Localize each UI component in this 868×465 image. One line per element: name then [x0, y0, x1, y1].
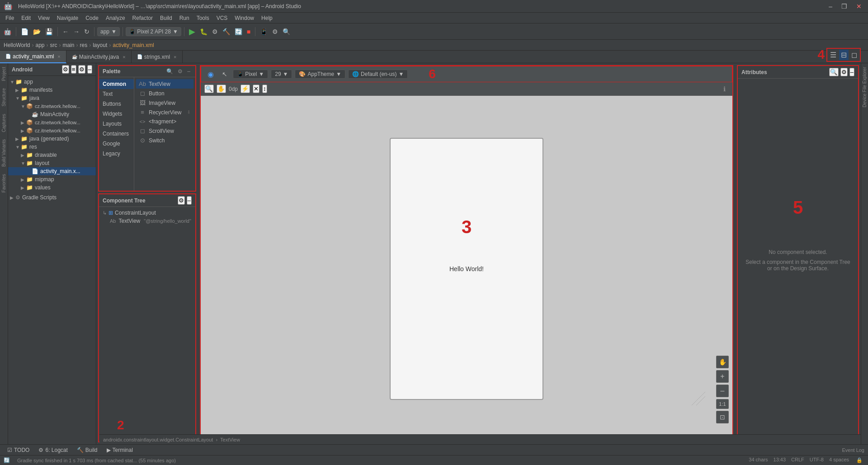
menu-tools[interactable]: Tools [193, 14, 213, 22]
bb-tab-todo[interactable]: ☑ TODO [4, 446, 33, 454]
tab-close-main-activity[interactable]: × [123, 54, 125, 60]
design-api-dropdown[interactable]: 29 ▼ [271, 70, 292, 79]
canvas-zoom-out-button[interactable]: – [716, 385, 729, 397]
tree-java-gen[interactable]: ▶ 📁 java (generated) [8, 135, 96, 143]
tree-package-2[interactable]: ▶ 📦 cz.itnetwork.hellow... [8, 118, 96, 127]
breadcrumb-src[interactable]: src [50, 42, 57, 48]
menu-file[interactable]: File [2, 14, 18, 22]
toolbar-android-icon[interactable]: 🤖 [2, 27, 13, 36]
palette-item-imageview[interactable]: 🖼 ImageView [136, 98, 193, 108]
tree-layout[interactable]: ▼ 📁 layout [8, 159, 96, 167]
palette-cat-buttons[interactable]: Buttons [99, 99, 134, 109]
tree-app[interactable]: ▼ 📁 app [8, 78, 96, 86]
palette-cat-text[interactable]: Text [99, 89, 134, 99]
sidebar-captures[interactable]: Captures [0, 110, 8, 136]
palette-cat-google[interactable]: Google [99, 139, 134, 149]
menu-vcs[interactable]: VCS [213, 14, 231, 22]
view-design-button[interactable]: ◻ [849, 50, 859, 60]
palette-cat-common[interactable]: Common [99, 79, 134, 89]
menu-refactor[interactable]: Refactor [129, 14, 156, 22]
toolbar-back-icon[interactable]: ← [61, 27, 71, 36]
view-split-button[interactable]: ⊟ [839, 50, 849, 60]
design-pointer-icon[interactable]: ↖ [219, 70, 230, 79]
design-eyebrow-icon[interactable]: ⚡ [241, 85, 250, 93]
bb-tab-logcat[interactable]: ⚙ 6: Logcat [35, 446, 71, 454]
toolbar-new-icon[interactable]: 📄 [19, 27, 30, 36]
attr-close-button[interactable]: – [849, 68, 854, 76]
event-log-button[interactable]: Event Log [842, 447, 864, 453]
design-device-dropdown[interactable]: 📱 Pixel ▼ [233, 70, 268, 79]
breadcrumb-main[interactable]: main [63, 42, 75, 48]
menu-help[interactable]: Help [258, 14, 276, 22]
bb-tab-build[interactable]: 🔨 Build [73, 446, 101, 454]
toolbar-open-icon[interactable]: 📂 [31, 27, 42, 36]
menu-window[interactable]: Window [231, 14, 258, 22]
design-clear-constraints-icon[interactable]: ✕ [253, 85, 259, 93]
canvas-fit-button[interactable]: ⊡ [716, 411, 729, 423]
menu-analyze[interactable]: Analyze [102, 14, 129, 22]
git-icon[interactable]: 🔒 [854, 457, 864, 464]
sidebar-structure[interactable]: Structure [0, 85, 8, 110]
view-code-button[interactable]: ☰ [828, 50, 838, 60]
comp-tree-constraint-layout[interactable]: ↳ ⊞ ConstraintLayout [101, 209, 193, 217]
design-info-icon[interactable]: ℹ [720, 85, 729, 94]
design-infer-constraints-icon[interactable]: ↕ [262, 85, 267, 93]
profile-button[interactable]: ⚙ [210, 27, 220, 36]
breadcrumb-activity-main[interactable]: activity_main.xml [113, 42, 154, 48]
palette-item-fragment[interactable]: <> <fragment> [136, 117, 193, 126]
palette-cat-containers[interactable]: Containers [99, 129, 134, 139]
toolbar-save-icon[interactable]: 💾 [43, 27, 55, 36]
breadcrumb-layout[interactable]: layout [93, 42, 107, 48]
tree-package-1[interactable]: ▼ 📦 cz.itnetwork.hellow... [8, 102, 96, 110]
palette-item-textview[interactable]: Ab TextView [136, 79, 193, 89]
build-button[interactable]: 🔨 [221, 27, 232, 36]
sdk-button[interactable]: ⚙ [270, 27, 280, 36]
tab-close-strings-xml[interactable]: × [174, 54, 176, 60]
tree-values[interactable]: ▶ 📁 values [8, 183, 96, 192]
palette-cat-layouts[interactable]: Layouts [99, 119, 134, 129]
breadcrumb-res[interactable]: res [80, 42, 88, 48]
avd-button[interactable]: 📱 [258, 27, 269, 36]
palette-item-recyclerview[interactable]: ≡ RecyclerView ⬇ [136, 108, 193, 117]
restore-button[interactable]: ❒ [839, 2, 850, 11]
menu-code[interactable]: Code [82, 14, 102, 22]
tree-package-3[interactable]: ▶ 📦 cz.itnetwork.hellow... [8, 127, 96, 135]
tree-gradle[interactable]: ▶ ⚙ Gradle Scripts [8, 193, 96, 202]
palette-item-switch[interactable]: ⊙ Switch [136, 136, 193, 145]
comp-tree-textview[interactable]: Ab TextView "@string/hello_world" [101, 217, 193, 225]
sidebar-project[interactable]: Project [0, 63, 8, 85]
canvas-zoom-in-button[interactable]: + [716, 370, 729, 383]
tree-mainactivity[interactable]: ▶ ☕ MainActivity [8, 110, 96, 118]
search-everywhere-button[interactable]: 🔍 [281, 27, 292, 36]
tab-activity-main[interactable]: 📄 activity_main.xml × [0, 51, 66, 63]
bb-tab-terminal[interactable]: ▶ Terminal [103, 446, 137, 454]
project-settings-icon[interactable]: ⚙ [62, 65, 69, 74]
comp-tree-settings-button[interactable]: ⚙ [178, 196, 185, 205]
tab-strings-xml[interactable]: 📄 strings.xml × [132, 51, 183, 63]
design-dp-value[interactable]: 0dp [229, 86, 238, 92]
breadcrumb-app[interactable]: app [35, 42, 44, 48]
menu-run[interactable]: Run [176, 14, 193, 22]
tree-activity-main-xml[interactable]: ▶ 📄 activity_main.x... [8, 167, 96, 175]
toolbar-forward-icon[interactable]: → [71, 27, 81, 36]
design-hand-icon[interactable]: ✋ [217, 85, 226, 93]
run-button[interactable]: ▶ [187, 26, 197, 38]
canvas-area[interactable]: Hello World! 3 ✋ + – 1:1 ⊡ [201, 96, 732, 442]
device-dropdown[interactable]: 📱 Pixel 2 API 28 ▼ [126, 27, 181, 36]
sidebar-favorites[interactable]: Favorites [0, 170, 8, 196]
tree-manifests[interactable]: ▶ 📁 manifests [8, 86, 96, 94]
close-button[interactable]: ✕ [854, 2, 864, 11]
menu-edit[interactable]: Edit [18, 14, 34, 22]
palette-item-scrollview[interactable]: ◻ ScrollView [136, 126, 193, 136]
design-mode-icon[interactable]: ◉ [205, 69, 217, 80]
menu-build[interactable]: Build [156, 14, 176, 22]
menu-navigate[interactable]: Navigate [53, 14, 82, 22]
breadcrumb-helloworld[interactable]: HelloWorld [4, 42, 30, 48]
palette-cat-widgets[interactable]: Widgets [99, 109, 134, 119]
palette-item-button[interactable]: ◻ Button [136, 89, 193, 98]
sync-button[interactable]: 🔄 [233, 27, 244, 36]
palette-cat-legacy[interactable]: Legacy [99, 149, 134, 159]
tree-java[interactable]: ▼ 📁 java [8, 94, 96, 102]
attr-settings-button[interactable]: ⚙ [840, 68, 848, 76]
palette-settings-button[interactable]: ⚙ [176, 68, 184, 75]
